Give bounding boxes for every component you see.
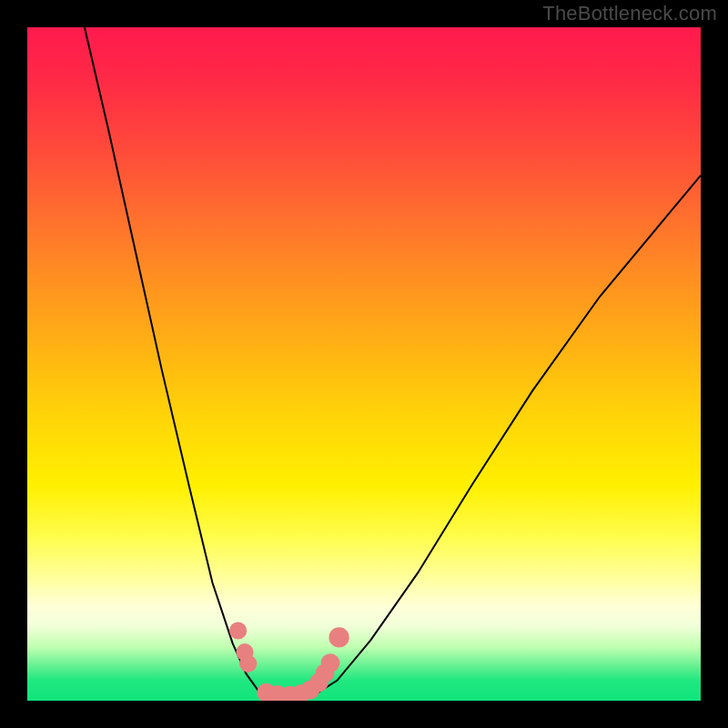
curve-layer <box>27 27 701 701</box>
chart-frame: TheBottleneck.com <box>0 0 728 728</box>
right-curve <box>314 176 702 695</box>
plot-area <box>27 27 701 701</box>
data-marker <box>321 653 340 672</box>
data-marker <box>329 627 349 647</box>
marker-group <box>229 622 349 701</box>
left-curve <box>85 27 267 697</box>
data-marker <box>229 622 247 639</box>
data-marker <box>239 655 257 672</box>
watermark-text: TheBottleneck.com <box>542 2 717 25</box>
